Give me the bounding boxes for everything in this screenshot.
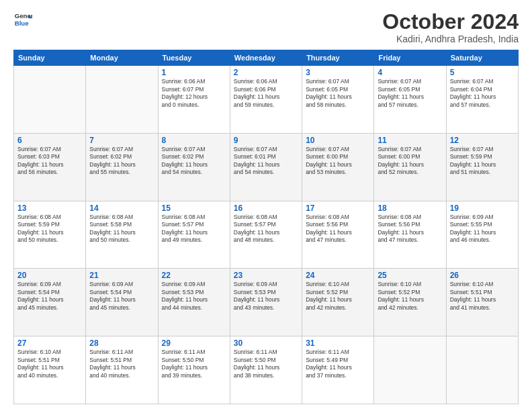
- table-row: 6Sunrise: 6:07 AM Sunset: 6:03 PM Daylig…: [14, 133, 86, 201]
- table-row: [14, 66, 86, 134]
- table-row: 11Sunrise: 6:07 AM Sunset: 6:00 PM Dayli…: [374, 133, 446, 201]
- day-info: Sunrise: 6:07 AM Sunset: 6:01 PM Dayligh…: [234, 146, 298, 177]
- table-row: 19Sunrise: 6:09 AM Sunset: 5:55 PM Dayli…: [446, 201, 518, 269]
- table-row: 2Sunrise: 6:06 AM Sunset: 6:06 PM Daylig…: [230, 66, 302, 134]
- day-number: 26: [450, 271, 515, 280]
- logo-icon: General Blue: [13, 10, 32, 29]
- day-number: 21: [89, 271, 154, 280]
- day-number: 20: [17, 271, 82, 280]
- table-row: 10Sunrise: 6:07 AM Sunset: 6:00 PM Dayli…: [302, 133, 374, 201]
- week-row-4: 27Sunrise: 6:10 AM Sunset: 5:51 PM Dayli…: [14, 336, 519, 404]
- header: General Blue October 2024 Kadiri, Andhra…: [13, 10, 519, 44]
- day-info: Sunrise: 6:07 AM Sunset: 6:02 PM Dayligh…: [162, 146, 226, 177]
- day-info: Sunrise: 6:06 AM Sunset: 6:06 PM Dayligh…: [234, 78, 298, 109]
- day-number: 5: [450, 68, 515, 77]
- day-info: Sunrise: 6:10 AM Sunset: 5:52 PM Dayligh…: [378, 281, 442, 312]
- table-row: [86, 66, 158, 134]
- day-number: 18: [378, 203, 442, 213]
- day-info: Sunrise: 6:09 AM Sunset: 5:53 PM Dayligh…: [234, 281, 298, 312]
- day-info: Sunrise: 6:11 AM Sunset: 5:50 PM Dayligh…: [234, 349, 298, 379]
- day-info: Sunrise: 6:09 AM Sunset: 5:54 PM Dayligh…: [89, 281, 154, 312]
- col-tuesday: Tuesday: [158, 50, 230, 66]
- title-area: October 2024 Kadiri, Andhra Pradesh, Ind…: [382, 10, 519, 44]
- day-info: Sunrise: 6:08 AM Sunset: 5:56 PM Dayligh…: [306, 214, 370, 244]
- day-info: Sunrise: 6:07 AM Sunset: 5:59 PM Dayligh…: [450, 146, 515, 177]
- day-number: 29: [162, 338, 226, 348]
- day-info: Sunrise: 6:11 AM Sunset: 5:51 PM Dayligh…: [89, 349, 154, 379]
- day-info: Sunrise: 6:07 AM Sunset: 6:00 PM Dayligh…: [378, 146, 442, 177]
- table-row: 21Sunrise: 6:09 AM Sunset: 5:54 PM Dayli…: [86, 269, 158, 336]
- table-row: 9Sunrise: 6:07 AM Sunset: 6:01 PM Daylig…: [230, 133, 302, 201]
- day-number: 14: [89, 203, 154, 213]
- logo: General Blue: [13, 10, 32, 29]
- table-row: 12Sunrise: 6:07 AM Sunset: 5:59 PM Dayli…: [446, 133, 518, 201]
- week-row-1: 6Sunrise: 6:07 AM Sunset: 6:03 PM Daylig…: [14, 133, 519, 201]
- location: Kadiri, Andhra Pradesh, India: [382, 34, 519, 44]
- day-number: 15: [162, 203, 226, 213]
- col-sunday: Sunday: [14, 50, 86, 66]
- day-number: 17: [306, 203, 370, 213]
- day-info: Sunrise: 6:07 AM Sunset: 6:02 PM Dayligh…: [89, 146, 154, 177]
- col-friday: Friday: [374, 50, 446, 66]
- table-row: 16Sunrise: 6:08 AM Sunset: 5:57 PM Dayli…: [230, 201, 302, 269]
- month-title: October 2024: [382, 10, 519, 34]
- week-row-3: 20Sunrise: 6:09 AM Sunset: 5:54 PM Dayli…: [14, 269, 519, 336]
- table-row: 29Sunrise: 6:11 AM Sunset: 5:50 PM Dayli…: [158, 336, 230, 404]
- table-row: 4Sunrise: 6:07 AM Sunset: 6:05 PM Daylig…: [374, 66, 446, 134]
- table-row: 27Sunrise: 6:10 AM Sunset: 5:51 PM Dayli…: [14, 336, 86, 404]
- day-info: Sunrise: 6:08 AM Sunset: 5:56 PM Dayligh…: [378, 214, 442, 244]
- table-row: 28Sunrise: 6:11 AM Sunset: 5:51 PM Dayli…: [86, 336, 158, 404]
- table-row: 20Sunrise: 6:09 AM Sunset: 5:54 PM Dayli…: [14, 269, 86, 336]
- day-info: Sunrise: 6:09 AM Sunset: 5:53 PM Dayligh…: [162, 281, 226, 312]
- day-number: 13: [17, 203, 82, 213]
- day-number: 24: [306, 271, 370, 280]
- day-number: 16: [234, 203, 298, 213]
- day-number: 19: [450, 203, 515, 213]
- table-row: 7Sunrise: 6:07 AM Sunset: 6:02 PM Daylig…: [86, 133, 158, 201]
- day-info: Sunrise: 6:09 AM Sunset: 5:55 PM Dayligh…: [450, 214, 515, 244]
- day-number: 8: [162, 136, 226, 145]
- day-info: Sunrise: 6:10 AM Sunset: 5:52 PM Dayligh…: [306, 281, 370, 312]
- day-info: Sunrise: 6:07 AM Sunset: 6:05 PM Dayligh…: [306, 78, 370, 109]
- day-number: 6: [17, 136, 82, 145]
- day-number: 12: [450, 136, 515, 145]
- day-number: 28: [89, 338, 154, 348]
- day-info: Sunrise: 6:07 AM Sunset: 6:00 PM Dayligh…: [306, 146, 370, 177]
- day-number: 22: [162, 271, 226, 280]
- day-info: Sunrise: 6:08 AM Sunset: 5:58 PM Dayligh…: [89, 214, 154, 244]
- table-row: 13Sunrise: 6:08 AM Sunset: 5:59 PM Dayli…: [14, 201, 86, 269]
- day-number: 11: [378, 136, 442, 145]
- day-info: Sunrise: 6:10 AM Sunset: 5:51 PM Dayligh…: [450, 281, 515, 312]
- table-row: [446, 336, 518, 404]
- day-number: 2: [234, 68, 298, 77]
- table-row: [374, 336, 446, 404]
- day-number: 9: [234, 136, 298, 145]
- day-info: Sunrise: 6:08 AM Sunset: 5:57 PM Dayligh…: [234, 214, 298, 244]
- day-number: 4: [378, 68, 442, 77]
- table-row: 24Sunrise: 6:10 AM Sunset: 5:52 PM Dayli…: [302, 269, 374, 336]
- day-number: 31: [306, 338, 370, 348]
- day-number: 30: [234, 338, 298, 348]
- table-row: 31Sunrise: 6:11 AM Sunset: 5:49 PM Dayli…: [302, 336, 374, 404]
- day-info: Sunrise: 6:11 AM Sunset: 5:49 PM Dayligh…: [306, 349, 370, 379]
- col-wednesday: Wednesday: [230, 50, 302, 66]
- page: General Blue October 2024 Kadiri, Andhra…: [0, 0, 532, 411]
- table-row: 14Sunrise: 6:08 AM Sunset: 5:58 PM Dayli…: [86, 201, 158, 269]
- table-row: 22Sunrise: 6:09 AM Sunset: 5:53 PM Dayli…: [158, 269, 230, 336]
- day-info: Sunrise: 6:07 AM Sunset: 6:03 PM Dayligh…: [17, 146, 82, 177]
- day-info: Sunrise: 6:06 AM Sunset: 6:07 PM Dayligh…: [162, 78, 226, 109]
- table-row: 17Sunrise: 6:08 AM Sunset: 5:56 PM Dayli…: [302, 201, 374, 269]
- week-row-2: 13Sunrise: 6:08 AM Sunset: 5:59 PM Dayli…: [14, 201, 519, 269]
- table-row: 25Sunrise: 6:10 AM Sunset: 5:52 PM Dayli…: [374, 269, 446, 336]
- table-row: 30Sunrise: 6:11 AM Sunset: 5:50 PM Dayli…: [230, 336, 302, 404]
- day-number: 1: [162, 68, 226, 77]
- table-row: 18Sunrise: 6:08 AM Sunset: 5:56 PM Dayli…: [374, 201, 446, 269]
- day-info: Sunrise: 6:11 AM Sunset: 5:50 PM Dayligh…: [162, 349, 226, 379]
- day-info: Sunrise: 6:08 AM Sunset: 5:59 PM Dayligh…: [17, 214, 82, 244]
- table-row: 1Sunrise: 6:06 AM Sunset: 6:07 PM Daylig…: [158, 66, 230, 134]
- col-monday: Monday: [86, 50, 158, 66]
- table-row: 3Sunrise: 6:07 AM Sunset: 6:05 PM Daylig…: [302, 66, 374, 134]
- week-row-0: 1Sunrise: 6:06 AM Sunset: 6:07 PM Daylig…: [14, 66, 519, 134]
- day-number: 23: [234, 271, 298, 280]
- day-info: Sunrise: 6:10 AM Sunset: 5:51 PM Dayligh…: [17, 349, 82, 379]
